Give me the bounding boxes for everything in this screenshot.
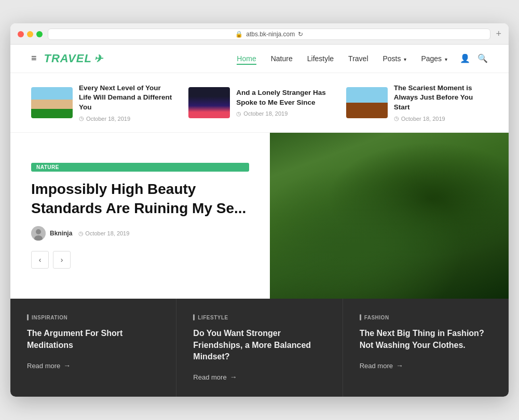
hero-right-image (249, 133, 509, 299)
dark-card-3: Fashion The Next Big Thing in Fashion? N… (343, 299, 509, 397)
nav-item-pages[interactable]: Pages ▾ (421, 54, 447, 63)
site-logo[interactable]: Travel ✈ (44, 52, 103, 65)
mini-post-1-image[interactable] (31, 87, 73, 118)
search-icon[interactable]: 🔍 (477, 53, 488, 63)
hero-title: Impossibly High Beauty Standards Are Rui… (31, 180, 249, 218)
logo-plane-icon: ✈ (94, 52, 103, 65)
browser-chrome: 🔒 atbs.bk-ninja.com ↻ + (10, 23, 509, 45)
site-content: ≡ Travel ✈ Home Nature Lifestyle Travel … (10, 45, 509, 397)
dark-card-2: Lifestyle Do You Want Stronger Friendshi… (176, 299, 343, 397)
hero-category-badge: Nature (31, 163, 249, 172)
svg-point-1 (36, 229, 41, 234)
nav-item-travel[interactable]: Travel (348, 54, 368, 63)
url-text: atbs.bk-ninja.com (246, 31, 295, 38)
nav-item-lifestyle[interactable]: Lifestyle (307, 54, 334, 63)
mini-posts-row: Every Next Level of Your Life Will Deman… (10, 73, 509, 133)
mini-post-3-title[interactable]: The Scariest Moment is Always Just Befor… (394, 83, 488, 113)
mini-post-2-content: And a Lonely Stranger Has Spoke to Me Ev… (236, 88, 330, 117)
mini-post-3-content: The Scariest Moment is Always Just Befor… (394, 83, 488, 122)
dark-card-3-category: Fashion (360, 314, 492, 320)
mini-post-2-title[interactable]: And a Lonely Stranger Has Spoke to Me Ev… (236, 88, 330, 108)
mini-post-3-image[interactable] (346, 87, 388, 118)
nav-item-home[interactable]: Home (237, 54, 256, 63)
hero-author-avatar (31, 226, 46, 241)
dark-card-1: Inspiration The Argument For Short Medit… (10, 299, 176, 397)
lock-icon: 🔒 (235, 31, 243, 38)
close-button[interactable] (18, 31, 24, 37)
nav-links: Home Nature Lifestyle Travel Posts ▾ Pag… (237, 54, 447, 63)
pages-dropdown-arrow: ▾ (445, 57, 447, 62)
mini-post-2: And a Lonely Stranger Has Spoke to Me Ev… (188, 83, 330, 122)
address-bar[interactable]: 🔒 atbs.bk-ninja.com ↻ (48, 29, 490, 40)
hero-navigation: ‹ › (31, 251, 249, 269)
posts-dropdown-arrow: ▾ (404, 57, 406, 62)
dark-card-1-arrow-icon: → (63, 361, 71, 370)
dark-card-3-arrow-icon: → (396, 361, 403, 370)
new-tab-button[interactable]: + (496, 29, 501, 39)
hero-author-row: Bkninja October 18, 2019 (31, 226, 249, 241)
hero-left-panel: Nature Impossibly High Beauty Standards … (10, 133, 270, 299)
traffic-lights (18, 31, 43, 37)
mini-post-3: The Scariest Moment is Always Just Befor… (346, 83, 488, 122)
dark-card-3-readmore[interactable]: Read more → (360, 361, 492, 370)
mini-post-1: Every Next Level of Your Life Will Deman… (31, 83, 173, 122)
hero-date: October 18, 2019 (78, 230, 129, 237)
dark-section: Inspiration The Argument For Short Medit… (10, 299, 509, 397)
dark-card-1-readmore[interactable]: Read more → (27, 361, 159, 370)
mini-post-2-date: October 18, 2019 (236, 110, 330, 117)
hero-prev-button[interactable]: ‹ (31, 251, 49, 269)
logo-text: Travel (44, 52, 92, 65)
mini-post-1-date: October 18, 2019 (79, 115, 173, 122)
nav-item-posts[interactable]: Posts ▾ (383, 54, 407, 63)
nav-icons: 👤 🔍 (460, 53, 488, 63)
maximize-button[interactable] (36, 31, 43, 37)
refresh-icon[interactable]: ↻ (298, 31, 303, 38)
dark-card-2-title: Do You Want Stronger Friendships, a More… (193, 328, 325, 362)
dark-card-2-arrow-icon: → (230, 373, 237, 381)
dark-card-2-category: Lifestyle (193, 314, 325, 320)
hamburger-icon[interactable]: ≡ (31, 53, 37, 64)
dark-card-2-readmore[interactable]: Read more → (193, 373, 325, 381)
dark-card-1-title: The Argument For Short Meditations (27, 328, 159, 351)
dark-card-1-category: Inspiration (27, 314, 159, 320)
mini-post-3-date: October 18, 2019 (394, 115, 488, 122)
mini-post-2-image[interactable] (188, 87, 230, 118)
dark-card-3-title: The Next Big Thing in Fashion? Not Washi… (360, 328, 492, 351)
hero-background-image (249, 133, 509, 299)
navbar: ≡ Travel ✈ Home Nature Lifestyle Travel … (10, 45, 509, 73)
hero-author-name: Bkninja (50, 230, 72, 237)
hero-next-button[interactable]: › (53, 251, 71, 269)
mini-post-1-title[interactable]: Every Next Level of Your Life Will Deman… (79, 83, 173, 113)
browser-window: 🔒 atbs.bk-ninja.com ↻ + ≡ Travel ✈ Home … (10, 23, 509, 397)
mini-post-1-content: Every Next Level of Your Life Will Deman… (79, 83, 173, 122)
minimize-button[interactable] (27, 31, 33, 37)
hero-section: Nature Impossibly High Beauty Standards … (10, 133, 509, 299)
user-icon[interactable]: 👤 (460, 53, 470, 63)
nav-item-nature[interactable]: Nature (271, 54, 293, 63)
